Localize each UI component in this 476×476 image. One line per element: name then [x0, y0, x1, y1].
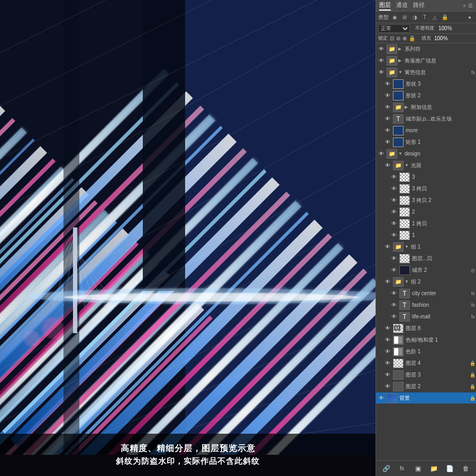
layer-row[interactable]: 👁📁▼design	[376, 148, 476, 160]
layer-visibility-toggle[interactable]: 👁	[390, 208, 398, 216]
layer-visibility-toggle[interactable]: 👁	[383, 161, 392, 170]
link-layers-button[interactable]: 🔗	[381, 463, 391, 474]
layer-name: 组 2	[411, 278, 475, 286]
delete-layer-button[interactable]: 🗑	[461, 463, 471, 474]
layer-row[interactable]: 👁1	[376, 230, 476, 241]
layer-visibility-toggle[interactable]: 👁	[383, 115, 392, 123]
layer-row[interactable]: 👁📁▼组 2	[376, 276, 476, 288]
layer-row[interactable]: 👁📁▼组 1	[376, 241, 476, 253]
layer-row[interactable]: 👁3 拷贝	[376, 183, 476, 195]
new-group-button[interactable]: 📁	[429, 463, 440, 474]
layer-name: 图层 4	[406, 360, 470, 367]
layer-name: design	[405, 151, 475, 157]
layer-row[interactable]: 👁📁▼光斑	[376, 160, 476, 171]
layer-expand-arrow[interactable]: ▼	[405, 279, 410, 284]
layer-visibility-toggle[interactable]: 👁	[390, 266, 398, 274]
tab-channels[interactable]: 通道	[396, 1, 408, 11]
new-layer-button[interactable]: 📄	[445, 463, 455, 474]
layer-visibility-toggle[interactable]: 👁	[377, 68, 386, 77]
layer-row[interactable]: 👁图层 2🔒	[376, 381, 476, 392]
layer-thumbnail: T	[393, 114, 404, 124]
layer-visibility-toggle[interactable]: 👁	[390, 196, 398, 205]
layer-expand-arrow[interactable]: ▶	[398, 58, 404, 63]
lock-icon1[interactable]: ⊡	[390, 35, 394, 41]
tab-paths[interactable]: 路径	[413, 1, 425, 11]
layer-visibility-toggle[interactable]: 👁	[390, 313, 398, 321]
tab-layers[interactable]: 图层	[379, 1, 391, 11]
layer-row[interactable]: 👁矩形 1	[376, 136, 476, 148]
lock-icon4[interactable]: 🔒	[409, 35, 415, 41]
layer-row[interactable]: 👁📁▶附加信息	[376, 102, 476, 113]
text-filter-icon[interactable]: T	[420, 13, 429, 22]
layer-row[interactable]: 👁城市 2◎	[376, 264, 476, 276]
layer-row[interactable]: 👁📁▼篱笆信息fx	[376, 67, 476, 78]
layer-row[interactable]: 👁1 拷贝	[376, 218, 476, 230]
layer-row[interactable]: 👁Tfashionfx	[376, 299, 476, 311]
panel-menu-icon[interactable]: ☰	[468, 3, 473, 8]
layer-visibility-toggle[interactable]: 👁	[390, 289, 398, 298]
panel-header: 图层 通道 路径 » ☰	[376, 0, 476, 12]
layer-visibility-toggle[interactable]: 👁	[377, 150, 386, 158]
layer-row[interactable]: 👁more	[376, 125, 476, 136]
layer-row[interactable]: 👁背景🔒	[376, 392, 476, 404]
layer-expand-arrow[interactable]: ▼	[398, 70, 404, 75]
layer-visibility-toggle[interactable]: 👁	[383, 243, 392, 251]
layer-visibility-toggle[interactable]: 👁	[390, 185, 398, 193]
layer-row[interactable]: 👁图层...贝	[376, 253, 476, 264]
layer-expand-arrow[interactable]: ▼	[398, 151, 404, 156]
layer-thumbnail	[393, 347, 404, 356]
filter-toggle[interactable]: ●	[465, 13, 474, 22]
layer-visibility-toggle[interactable]: 👁	[383, 278, 392, 286]
layer-visibility-toggle[interactable]: 👁	[383, 91, 392, 100]
layer-expand-arrow[interactable]: ▶	[398, 47, 404, 51]
layer-visibility-toggle[interactable]: 👁	[377, 394, 386, 402]
layer-row[interactable]: 👁图层 4🔒	[376, 358, 476, 369]
layer-expand-arrow[interactable]: ▶	[405, 105, 410, 109]
smart-filter-icon[interactable]: 🔒	[441, 13, 449, 22]
layer-visibility-toggle[interactable]: 👁	[383, 371, 392, 379]
layer-row[interactable]: 👁形状 3	[376, 78, 476, 90]
layer-visibility-toggle[interactable]: 👁	[383, 347, 392, 356]
layer-expand-arrow[interactable]: ▼	[405, 163, 410, 168]
shape-filter-icon[interactable]: △	[431, 13, 439, 22]
lock-icon3[interactable]: ⊕	[402, 35, 407, 41]
layer-visibility-toggle[interactable]: 👁	[383, 324, 392, 333]
layer-visibility-toggle[interactable]: 👁	[383, 382, 392, 391]
layer-visibility-toggle[interactable]: 👁	[390, 173, 398, 181]
layer-row[interactable]: 👁Tlife-mallfx	[376, 311, 476, 323]
layer-row[interactable]: 👁色相/饱和度 1	[376, 334, 476, 346]
add-mask-button[interactable]: ▣	[413, 463, 423, 474]
panel-expand-icon[interactable]: »	[463, 3, 466, 8]
add-style-button[interactable]: fx	[397, 463, 407, 474]
layer-visibility-toggle[interactable]: 👁	[377, 57, 386, 65]
layer-visibility-toggle[interactable]: 👁	[383, 138, 392, 147]
layer-row[interactable]: 👁Tcity centerfx	[376, 288, 476, 299]
layer-visibility-toggle[interactable]: 👁	[383, 80, 392, 88]
lock-icon2[interactable]: ⊘	[396, 35, 400, 41]
svg-rect-2	[185, 0, 376, 455]
layer-visibility-toggle[interactable]: 👁	[383, 336, 392, 344]
layer-visibility-toggle[interactable]: 👁	[390, 231, 398, 240]
layer-visibility-toggle[interactable]: 👁	[377, 45, 386, 53]
layer-row[interactable]: 👁3	[376, 171, 476, 183]
layer-visibility-toggle[interactable]: 👁	[390, 219, 398, 228]
blend-mode-select[interactable]: 正常	[378, 24, 410, 33]
layer-row[interactable]: 👁📁▶系列符	[376, 43, 476, 55]
layer-visibility-toggle[interactable]: 👁	[383, 103, 392, 112]
layer-row[interactable]: 👁色阶 1	[376, 346, 476, 358]
pixel-filter-icon[interactable]: ⊞	[400, 13, 409, 22]
layer-row[interactable]: 👁3 拷贝 2	[376, 195, 476, 206]
layer-row[interactable]: 👁2	[376, 206, 476, 218]
layer-row[interactable]: 👁T城市副.p...欢乐主场	[376, 113, 476, 125]
adjustment-filter-icon[interactable]: ◑	[410, 13, 419, 22]
filter-icon[interactable]: ◉	[390, 13, 399, 22]
layer-visibility-toggle[interactable]: 👁	[390, 254, 398, 263]
layer-row[interactable]: 👁图层 3🔒	[376, 369, 476, 381]
layer-row[interactable]: 👁形状 2	[376, 90, 476, 102]
layer-row[interactable]: 👁M图层 8	[376, 323, 476, 334]
layer-visibility-toggle[interactable]: 👁	[383, 126, 392, 135]
layer-visibility-toggle[interactable]: 👁	[383, 359, 392, 368]
layer-row[interactable]: 👁📁▶角落推广信息	[376, 55, 476, 67]
layer-expand-arrow[interactable]: ▼	[405, 244, 410, 249]
layer-visibility-toggle[interactable]: 👁	[390, 301, 398, 309]
